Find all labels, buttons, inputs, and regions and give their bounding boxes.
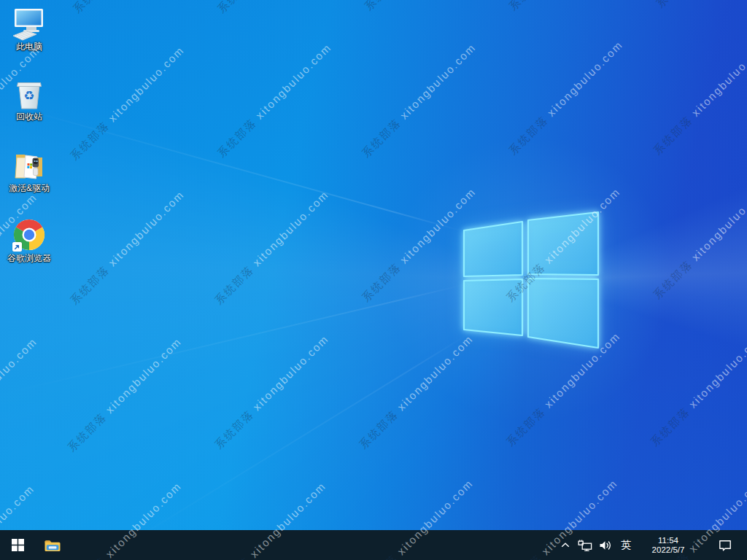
desktop-icon-label: 此电脑 — [1, 42, 57, 52]
clock-time: 11:54 — [642, 536, 694, 545]
speaker-volume-icon — [599, 540, 612, 551]
desktop-icon-google-chrome[interactable]: 谷歌浏览器 — [1, 217, 57, 263]
desktop-icon-activation-drivers[interactable]: 激活&驱动 — [1, 147, 57, 193]
svg-text:♻: ♻ — [23, 89, 34, 103]
clock-date: 2022/5/7 — [642, 545, 694, 555]
windows-start-icon — [12, 539, 24, 551]
desktop-icon-label: 回收站 — [1, 112, 57, 122]
wallpaper — [0, 0, 747, 560]
network-tray-button[interactable] — [575, 530, 595, 560]
taskbar: 英 11:54 2022/5/7 — [0, 530, 747, 560]
system-tray: 英 11:54 2022/5/7 — [556, 530, 747, 560]
this-pc-icon — [12, 6, 47, 41]
ime-language-indicator[interactable]: 英 — [616, 530, 636, 560]
ethernet-network-icon — [578, 540, 592, 551]
chrome-icon — [12, 217, 47, 252]
show-hidden-icons-button[interactable] — [556, 530, 575, 560]
chevron-up-icon — [561, 542, 570, 548]
show-desktop-strip[interactable] — [740, 530, 747, 560]
activation-folder-icon — [12, 147, 47, 182]
file-explorer-icon — [44, 538, 61, 553]
recycle-bin-icon: ♻ — [12, 76, 47, 111]
taskbar-clock[interactable]: 11:54 2022/5/7 — [642, 536, 694, 555]
desktop-icon-recycle-bin[interactable]: ♻ 回收站 — [1, 76, 57, 122]
wallpaper-light-rays — [0, 0, 747, 560]
desktop-icon-this-pc[interactable]: 此电脑 — [1, 6, 57, 52]
action-center-icon — [719, 540, 732, 551]
shortcut-arrow-icon — [12, 242, 22, 252]
start-button[interactable] — [0, 530, 35, 560]
volume-tray-button[interactable] — [595, 530, 616, 560]
desktop-icon-label: 谷歌浏览器 — [1, 253, 57, 263]
desktop-screen: 此电脑 ♻ 回收站 — [0, 0, 747, 560]
desktop-icon-label: 激活&驱动 — [1, 183, 57, 193]
file-explorer-button[interactable] — [35, 530, 70, 560]
windows-hero-logo — [458, 207, 604, 353]
action-center-button[interactable] — [711, 530, 740, 560]
